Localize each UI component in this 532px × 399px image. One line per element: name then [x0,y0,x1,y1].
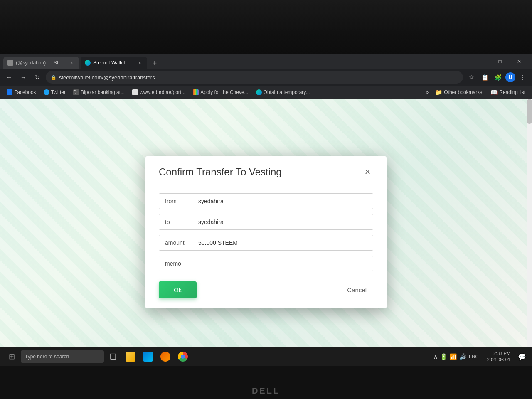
lock-icon: 🔒 [51,75,57,80]
arrow-up-icon[interactable]: ∧ [433,353,438,360]
reading-list[interactable]: 📖 Reading list [487,87,529,97]
more-button[interactable]: ⋮ [517,71,529,83]
minimize-button[interactable]: — [471,54,490,69]
tab-close-steem[interactable]: ✕ [68,59,75,66]
to-field-row: to syedahira [159,214,373,230]
start-button[interactable]: ⊞ [3,348,20,365]
network-icon: 📶 [450,353,457,360]
from-field-row: from syedahira [159,193,373,209]
bookmark-bipolar[interactable]: D Bipolar banking at... [70,87,128,97]
notification-icon: 💬 [518,353,526,361]
bookmark-ednrd-label: www.ednrd.ae/port... [140,89,185,95]
start-icon: ⊞ [9,352,15,361]
tab-favicon-steemit [85,60,91,66]
ok-button[interactable]: Ok [159,281,197,298]
taskbar-firefox[interactable] [157,348,174,365]
dialog-title: Confirm Transfer To Vesting [159,166,282,178]
amount-label: amount [159,235,192,250]
other-bookmarks[interactable]: 📁 Other bookmarks [432,87,485,97]
sound-icon: 🔊 [459,353,466,360]
dell-logo: DELL [252,386,280,396]
reading-list-button[interactable]: 📋 [479,71,490,83]
clock-date: 2021-06-01 [487,357,510,363]
to-value: syedahira [192,214,373,229]
bookmark-facebook[interactable]: Facebook [3,87,39,97]
dialog-close-button[interactable]: ✕ [362,166,373,178]
firefox-icon [160,352,170,362]
clock-time: 2:33 PM [487,350,510,357]
taskbar-chrome[interactable] [175,348,191,365]
taskbar: ⊞ Type here to search ❑ [0,347,532,366]
bookmarks-more: » 📁 Other bookmarks 📖 Reading list [424,87,529,97]
tab-steemit-label: Steemit Wallet [93,60,125,66]
bookmark-obtain[interactable]: Obtain a temporary... [253,87,313,97]
obtain-favicon [256,89,262,95]
dialog-body: from syedahira to syedahira amount 50.00… [159,193,373,271]
new-tab-button[interactable]: + [149,57,160,69]
tab-steem-label: (@syedahira) — Steem [16,60,66,66]
refresh-button[interactable]: ↻ [32,71,43,83]
clock[interactable]: 2:33 PM 2021-06-01 [484,350,514,363]
task-view-icon: ❑ [110,352,116,361]
to-label: to [159,214,192,229]
forward-button[interactable]: → [17,71,29,83]
bipolar-favicon: D [73,89,79,95]
taskbar-edge[interactable] [140,348,156,365]
address-bar[interactable]: 🔒 steemitwallet.com/@syedahira/transfers [46,71,463,84]
from-value: syedahira [192,194,373,209]
bookmark-twitter-label: Twitter [51,89,66,95]
user-avatar[interactable]: U [505,72,515,82]
extensions-button[interactable]: 🧩 [492,71,504,83]
edge-icon [143,352,153,362]
amount-field-row: amount 50.000 STEEM [159,235,373,251]
bookmark-star-button[interactable]: ☆ [466,71,477,83]
facebook-favicon [7,89,12,95]
tab-steem[interactable]: (@syedahira) — Steem ✕ [3,57,79,69]
tab-close-steemit[interactable]: ✕ [136,59,143,66]
other-bookmarks-label: Other bookmarks [444,89,482,95]
twitter-favicon [44,89,49,95]
taskbar-file-explorer[interactable] [122,348,139,365]
laptop-frame: (@syedahira) — Steem ✕ Steemit Wallet ✕ … [0,0,532,399]
browser-window: (@syedahira) — Steem ✕ Steemit Wallet ✕ … [0,54,532,366]
tab-steemit-wallet[interactable]: Steemit Wallet ✕ [81,57,147,69]
screen: (@syedahira) — Steem ✕ Steemit Wallet ✕ … [0,54,532,366]
system-tray-icons: ∧ 🔋 📶 🔊 ENG [430,353,482,360]
bookmark-apply[interactable]: Apply for the Cheve... [190,87,251,97]
bookmark-twitter[interactable]: Twitter [40,87,69,97]
close-button[interactable]: ✕ [510,54,529,69]
task-view-button[interactable]: ❑ [105,348,121,365]
bookmark-facebook-label: Facebook [14,89,36,95]
tab-bar: (@syedahira) — Steem ✕ Steemit Wallet ✕ … [0,54,532,69]
maximize-button[interactable]: □ [490,54,510,69]
bookmarks-more-btn[interactable]: » [424,89,431,95]
top-bezel [0,0,532,54]
tab-favicon-steem [7,60,13,66]
back-button[interactable]: ← [3,71,15,83]
search-box[interactable]: Type here to search [21,350,104,363]
omnibar-actions: ☆ 📋 🧩 U ⋮ [466,71,529,83]
confirm-transfer-dialog: Confirm Transfer To Vesting ✕ from syeda… [145,156,387,308]
omnibar: ← → ↻ 🔒 steemitwallet.com/@syedahira/tra… [0,69,532,86]
ednrd-favicon [132,89,138,95]
reading-list-label: Reading list [499,89,525,95]
dialog-footer: Ok Cancel [159,281,373,298]
bottom-bezel: DELL [0,366,532,399]
language-indicator: ENG [469,354,479,359]
taskbar-system-tray: ∧ 🔋 📶 🔊 ENG 2:33 PM 2021-06-01 💬 [430,348,529,365]
bookmark-apply-label: Apply for the Cheve... [200,89,248,95]
memo-value[interactable] [192,259,373,268]
page-content: Confirm Transfer To Vesting ✕ from syeda… [0,99,532,366]
bookmark-ednrd[interactable]: www.ednrd.ae/port... [129,87,189,97]
search-box-text: Type here to search [25,354,69,360]
notification-button[interactable]: 💬 [515,348,529,365]
memo-label: memo [159,256,192,271]
battery-icon: 🔋 [440,353,447,360]
chrome-icon [178,352,188,362]
cancel-button[interactable]: Cancel [340,281,373,298]
modal-overlay: Confirm Transfer To Vesting ✕ from syeda… [0,99,532,366]
bookmark-bipolar-label: Bipolar banking at... [81,89,125,95]
bookmarks-bar: Facebook Twitter D Bipolar banking at...… [0,86,532,99]
url-text: steemitwallet.com/@syedahira/transfers [59,74,155,81]
amount-value: 50.000 STEEM [192,235,373,250]
